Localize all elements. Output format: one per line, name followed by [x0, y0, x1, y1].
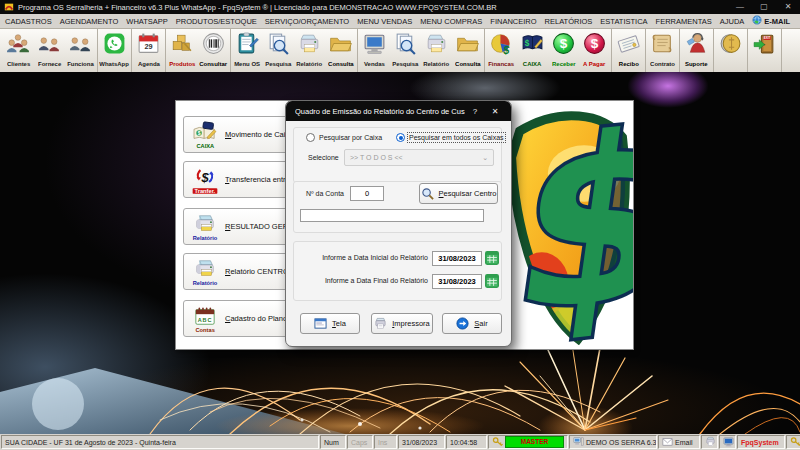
toolbar-button-fornece[interactable]: Fornece — [34, 29, 65, 72]
menu-item-financeiro[interactable]: FINANCEIRO — [490, 17, 536, 26]
toolbar-button-menu-os[interactable]: Menu OS — [232, 29, 263, 72]
menu-bar: CADASTROSAGENDAMENTOWHATSAPPPRODUTOS/EST… — [0, 14, 800, 29]
boxes-icon — [170, 31, 195, 60]
menu-item-relat-rios[interactable]: RELATÓRIOS — [545, 17, 593, 26]
calendar-final-button[interactable] — [485, 274, 499, 288]
toolbar-button-consulta[interactable]: Consulta — [325, 29, 356, 72]
toolbar-button-exitdoor[interactable]: EXIT — [749, 29, 780, 72]
toolbar-button-fornece-label: Fornece — [38, 60, 61, 66]
toolbar-button-relat-rio-2[interactable]: Relatório — [421, 29, 452, 72]
selecione-label: Selecione — [308, 154, 339, 161]
toolbar-button-clientes-label: Clientes — [7, 60, 30, 66]
toolbar-group: $Financas$CAIXA$Receber$A Pagar — [485, 29, 612, 72]
menu-item-agendamento[interactable]: AGENDAMENTO — [60, 17, 119, 26]
data-inicial-label: Informe a Data Inicial do Relatório — [304, 254, 428, 261]
dollargreen-icon: $ — [551, 31, 576, 60]
close-button[interactable]: ✕ — [776, 0, 800, 14]
status-email-button[interactable]: Email — [658, 435, 700, 449]
coin-icon — [718, 31, 743, 60]
toolbar-button-produtos[interactable]: Produtos — [167, 29, 198, 72]
chevron-down-icon: ⌄ — [482, 154, 488, 162]
menu-item-ajuda[interactable]: AJUDA — [720, 17, 745, 26]
data-inicial-input[interactable]: 31/08/2023 — [432, 251, 482, 266]
menu-item-ferramentas[interactable]: FERRAMENTAS — [656, 17, 712, 26]
toolbar-button-a-pagar[interactable]: $A Pagar — [579, 29, 610, 72]
dialog-help-button[interactable]: ? — [465, 107, 485, 116]
magnifier-icon — [421, 187, 434, 200]
menu-item-cadastros[interactable]: CADASTROS — [5, 17, 52, 26]
toolbar-button-suporte[interactable]: Suporte — [681, 29, 712, 72]
data-final-label: Informe a Data Final do Relatório — [304, 277, 428, 284]
status-key-icon — [786, 435, 800, 449]
toolbar-group: ClientesForneceFunciona — [2, 29, 98, 72]
toolbar-button-pesquisa-2[interactable]: Pesquisa — [390, 29, 421, 72]
toolbar-button-consulta-label: Consulta — [328, 60, 354, 66]
menu-item-estatistica[interactable]: ESTATISTICA — [600, 17, 647, 26]
tela-button[interactable]: Tela — [300, 313, 360, 334]
dialog-title-bar[interactable]: Quadro de Emissão do Relatório do Centro… — [286, 101, 511, 121]
centro-nome-field[interactable] — [300, 209, 484, 222]
radio-pesquisar-todos[interactable]: Pesquisar em todos os Caixas — [396, 133, 504, 142]
toolbar-button-contrato[interactable]: Contrato — [647, 29, 678, 72]
welding-sparks-image — [0, 342, 800, 434]
status-monitor-button[interactable] — [719, 435, 736, 449]
caixa-select[interactable]: >> T O D O S << ⌄ — [344, 149, 494, 166]
toolbar: ClientesForneceFuncionaWhatsApp29AgendaP… — [0, 29, 800, 73]
clipboard-icon — [235, 31, 260, 60]
toolbar-button-relat-rio-2-label: Relatório — [424, 60, 450, 66]
toolbar-button-clientes[interactable]: Clientes — [3, 29, 34, 72]
impressora-button[interactable]: Impressora — [371, 313, 433, 334]
minimize-button[interactable]: — — [728, 0, 752, 14]
toolbar-button-relat-rio[interactable]: Relatório — [294, 29, 325, 72]
toolbar-button-receber[interactable]: $Receber — [548, 29, 579, 72]
support-icon — [684, 31, 709, 60]
svg-text:$: $ — [591, 36, 599, 51]
toolbar-button-financas[interactable]: $Financas — [486, 29, 517, 72]
toolbar-button-consultar[interactable]: Consultar — [198, 29, 229, 72]
svg-text:29: 29 — [144, 42, 152, 51]
menu-item-whatsapp[interactable]: WHATSAPP — [126, 17, 168, 26]
toolbar-button-consulta-2[interactable]: Consulta — [452, 29, 483, 72]
toolbar-button-caixa-label: CAIXA — [523, 60, 542, 66]
toolbar-group: Contrato — [646, 29, 680, 72]
toolbar-group: WhatsApp — [98, 29, 132, 72]
maximize-button[interactable]: ▢ — [752, 0, 776, 14]
calendar-inicial-button[interactable] — [485, 251, 499, 265]
toolbar-button-vendas[interactable]: Vendas — [359, 29, 390, 72]
data-final-input[interactable]: 31/08/2023 — [432, 274, 482, 289]
toolbar-button-consulta-2-label: Consulta — [455, 60, 481, 66]
dollarred-icon: $ — [582, 31, 607, 60]
datas-groupbox — [293, 241, 502, 301]
toolbar-button-funciona[interactable]: Funciona — [65, 29, 96, 72]
svg-text:$: $ — [503, 45, 510, 56]
people3-icon — [6, 31, 31, 60]
toolbar-button-whatsapp-label: WhatsApp — [100, 60, 130, 66]
sair-button[interactable]: Sair — [442, 313, 502, 334]
menu-item-menu-compras[interactable]: MENU COMPRAS — [420, 17, 482, 26]
toolbar-button-whatsapp[interactable]: WhatsApp — [99, 29, 130, 72]
radio-circle-selected[interactable] — [396, 133, 405, 142]
status-printer-button[interactable] — [701, 435, 718, 449]
radio-pesquisar-por-caixa[interactable]: Pesquisar por Caixa — [306, 133, 382, 142]
menu-item-menu-vendas[interactable]: MENU VENDAS — [357, 17, 412, 26]
window-title: Programa OS Serralheria + Financeiro v6.… — [18, 3, 497, 12]
toolbar-button-agenda[interactable]: 29Agenda — [133, 29, 164, 72]
menu-item-servi-o-or-amento[interactable]: SERVIÇO/ORÇAMENTO — [265, 17, 349, 26]
people2-icon — [37, 31, 62, 60]
toolbar-button-recibo[interactable]: Recibo — [613, 29, 644, 72]
menu-item-produtos-estoque[interactable]: PRODUTOS/ESTOQUE — [176, 17, 257, 26]
toolbar-button-pesquisa[interactable]: Pesquisa — [263, 29, 294, 72]
folder-icon — [328, 31, 353, 60]
calendar-icon — [485, 274, 499, 288]
toolbar-button-menu-os-label: Menu OS — [235, 60, 261, 66]
app-icon — [4, 2, 14, 12]
toolbar-button-caixa[interactable]: $CAIXA — [517, 29, 548, 72]
conta-input[interactable]: 0 — [350, 186, 384, 201]
menu-item-e-mail[interactable]: E-MAIL — [752, 15, 790, 27]
searchdocs-icon — [266, 31, 291, 60]
toolbar-button-coin[interactable] — [715, 29, 746, 72]
dialog-close-button[interactable]: ✕ — [485, 107, 505, 116]
pesquisar-centro-button[interactable]: Pesquisar Centro — [419, 183, 498, 204]
dollar-shield-logo: $ — [503, 105, 633, 345]
radio-circle[interactable] — [306, 133, 315, 142]
